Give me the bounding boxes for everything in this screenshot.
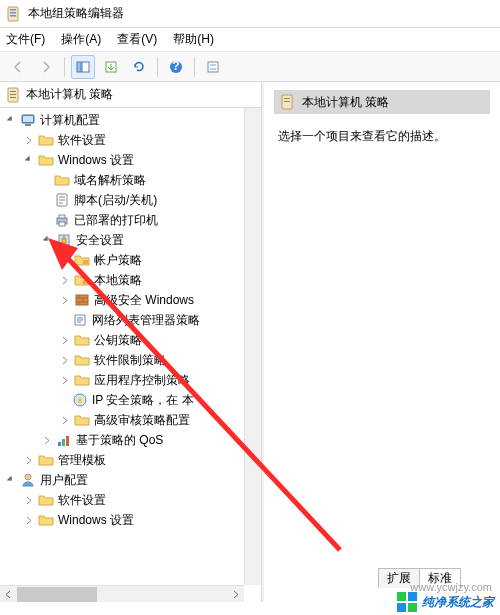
- scroll-thumb[interactable]: [17, 587, 97, 602]
- tree-node-software-restrict[interactable]: 软件限制策略: [0, 350, 261, 370]
- toolbar: ?: [0, 52, 500, 82]
- tree-node-u-windows-settings[interactable]: Windows 设置: [0, 510, 261, 530]
- tree-node-policy-qos[interactable]: 基于策略的 QoS: [0, 430, 261, 450]
- collapse-icon[interactable]: [4, 113, 18, 127]
- horizontal-scrollbar[interactable]: [0, 585, 244, 602]
- network-icon: [72, 312, 88, 328]
- svg-rect-18: [25, 124, 31, 126]
- details-pane: 本地计算机 策略 选择一个项目来查看它的描述。: [262, 82, 500, 602]
- tree-node-account-policy[interactable]: 帐户策略: [0, 250, 261, 270]
- expand-icon[interactable]: [58, 253, 72, 267]
- menu-view[interactable]: 查看(V): [117, 31, 157, 48]
- svg-rect-43: [408, 603, 417, 612]
- expand-icon[interactable]: [58, 373, 72, 387]
- svg-rect-17: [23, 116, 33, 122]
- show-tree-button[interactable]: [71, 55, 95, 79]
- svg-rect-26: [83, 280, 88, 284]
- tree-node-deployed-printers[interactable]: 已部署的打印机: [0, 210, 261, 230]
- expand-icon[interactable]: [58, 353, 72, 367]
- menu-bar: 文件(F) 操作(A) 查看(V) 帮助(H): [0, 28, 500, 52]
- folder-icon: [74, 372, 90, 388]
- tree-label: 高级审核策略配置: [94, 412, 190, 429]
- svg-rect-40: [397, 592, 406, 601]
- tree-label: 管理模板: [58, 452, 106, 469]
- tree-label: 软件限制策略: [94, 352, 166, 369]
- user-icon: [20, 472, 36, 488]
- tree-node-pubkey[interactable]: 公钥策略: [0, 330, 261, 350]
- tree-node-adv-windows[interactable]: 高级安全 Windows: [0, 290, 261, 310]
- expand-icon[interactable]: [58, 273, 72, 287]
- toolbar-separator: [64, 57, 65, 77]
- collapse-icon[interactable]: [40, 233, 54, 247]
- expand-icon[interactable]: [22, 513, 36, 527]
- tree-node-u-software-settings[interactable]: 软件设置: [0, 490, 261, 510]
- expand-icon[interactable]: [22, 133, 36, 147]
- tree-node-network-list[interactable]: 网络列表管理器策略: [0, 310, 261, 330]
- tree-node-ip-sec[interactable]: IP 安全策略，在 本: [0, 390, 261, 410]
- tree-label: 已部署的打印机: [74, 212, 158, 229]
- scroll-right-button[interactable]: [227, 586, 244, 602]
- expand-icon[interactable]: [22, 453, 36, 467]
- tree-node-dns-policy[interactable]: 域名解析策略: [0, 170, 261, 190]
- tree-label: 软件设置: [58, 492, 106, 509]
- svg-point-34: [25, 474, 31, 480]
- refresh-button[interactable]: [127, 55, 151, 79]
- svg-rect-10: [210, 64, 216, 66]
- expand-icon[interactable]: [58, 333, 72, 347]
- tree-root-header[interactable]: 本地计算机 策略: [0, 82, 261, 108]
- menu-action[interactable]: 操作(A): [61, 31, 101, 48]
- tree-node-software-settings[interactable]: 软件设置: [0, 130, 261, 150]
- vertical-scrollbar[interactable]: [244, 108, 261, 585]
- folder-icon: [74, 332, 90, 348]
- scroll-left-button[interactable]: [0, 586, 17, 602]
- folder-icon: [38, 452, 54, 468]
- tree-node-admin-templates[interactable]: 管理模板: [0, 450, 261, 470]
- back-button[interactable]: [6, 55, 30, 79]
- export-button[interactable]: [99, 55, 123, 79]
- tree-label: Windows 设置: [58, 152, 134, 169]
- tree-node-windows-settings[interactable]: Windows 设置: [0, 150, 261, 170]
- forward-button[interactable]: [34, 55, 58, 79]
- tree-label: IP 安全策略，在 本: [92, 392, 194, 409]
- details-placeholder: 选择一个项目来查看它的描述。: [278, 129, 446, 143]
- tree-node-scripts[interactable]: 脚本(启动/关机): [0, 190, 261, 210]
- collapse-icon[interactable]: [22, 153, 36, 167]
- svg-rect-31: [58, 442, 61, 446]
- menu-help[interactable]: 帮助(H): [173, 31, 214, 48]
- tree-label: 高级安全 Windows: [94, 292, 194, 309]
- scroll-track[interactable]: [97, 586, 227, 602]
- tree-node-user-config[interactable]: 用户配置: [0, 470, 261, 490]
- svg-rect-4: [77, 62, 81, 72]
- tree-label: 公钥策略: [94, 332, 142, 349]
- expand-icon[interactable]: [22, 493, 36, 507]
- svg-rect-5: [82, 62, 89, 72]
- help-button[interactable]: ?: [164, 55, 188, 79]
- svg-text:?: ?: [172, 60, 179, 73]
- tree-node-computer-config[interactable]: 计算机配置: [0, 110, 261, 130]
- tree-label: 网络列表管理器策略: [92, 312, 200, 329]
- svg-rect-9: [208, 62, 218, 72]
- expand-icon[interactable]: [58, 413, 72, 427]
- folder-lock-icon: [74, 252, 90, 268]
- folder-icon: [74, 412, 90, 428]
- folder-icon: [38, 512, 54, 528]
- tree-label: 帐户策略: [94, 252, 142, 269]
- menu-file[interactable]: 文件(F): [6, 31, 45, 48]
- tree-node-app-control[interactable]: 应用程序控制策略: [0, 370, 261, 390]
- expand-icon[interactable]: [58, 293, 72, 307]
- folder-icon: [54, 172, 70, 188]
- collapse-icon[interactable]: [4, 473, 18, 487]
- computer-icon: [20, 112, 36, 128]
- expand-icon[interactable]: [40, 433, 54, 447]
- tree-view[interactable]: 计算机配置 软件设置 Windows 设置 域名解析策略 脚本(启动/关机): [0, 108, 261, 602]
- filter-button[interactable]: [201, 55, 225, 79]
- tree-node-security-settings[interactable]: 安全设置: [0, 230, 261, 250]
- tree-node-adv-audit[interactable]: 高级审核策略配置: [0, 410, 261, 430]
- folder-open-icon: [38, 152, 54, 168]
- window-title: 本地组策略编辑器: [28, 5, 124, 22]
- svg-rect-37: [284, 101, 290, 102]
- tree-node-local-policy[interactable]: 本地策略: [0, 270, 261, 290]
- svg-rect-42: [397, 603, 406, 612]
- app-icon: [6, 6, 22, 22]
- watermark-text: 纯净系统之家: [422, 594, 494, 611]
